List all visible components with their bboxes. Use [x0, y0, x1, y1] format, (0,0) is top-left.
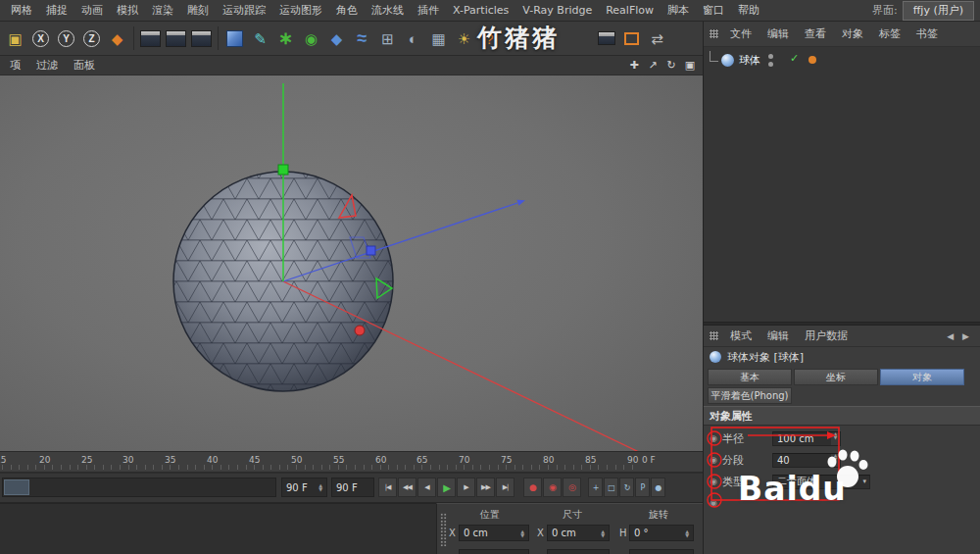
render-picture-viewer-button[interactable]: [164, 24, 188, 53]
viewport-menu-item[interactable]: 面板: [66, 58, 103, 73]
attr-menu-item[interactable]: 模式: [722, 328, 760, 343]
goto-end-button[interactable]: ▶|: [496, 478, 514, 497]
lock-x-axis-button[interactable]: X: [28, 24, 53, 53]
attr-menu-item[interactable]: 用户数据: [797, 328, 856, 343]
spinner-icon[interactable]: ▲▼: [318, 483, 322, 491]
key-scale-toggle[interactable]: □: [604, 478, 618, 497]
menu-item[interactable]: X-Particles: [446, 4, 515, 17]
menu-item[interactable]: 模拟: [110, 3, 145, 18]
prev-frame-button[interactable]: ◀: [417, 478, 436, 497]
spinner-icon[interactable]: ▲▼: [831, 432, 840, 445]
om-menu-item[interactable]: 书签: [908, 26, 946, 41]
size-y-field[interactable]: [547, 549, 610, 554]
spinner-icon[interactable]: ▲▼: [831, 454, 840, 467]
om-menu-item[interactable]: 对象: [834, 26, 871, 41]
menu-item[interactable]: 窗口: [696, 3, 731, 18]
light-button[interactable]: ☀: [452, 24, 476, 53]
rot-p-field[interactable]: [629, 549, 694, 554]
end-frame-stepper[interactable]: 90 F ▲▼: [281, 478, 327, 497]
pos-y-field[interactable]: [459, 549, 529, 554]
help-button[interactable]: ?: [477, 24, 502, 53]
tab-basic[interactable]: 基本: [708, 369, 792, 385]
key-pla-toggle[interactable]: ●: [651, 478, 665, 497]
mograph-button[interactable]: ∗: [273, 24, 298, 53]
om-menu-item[interactable]: 文件: [722, 26, 760, 41]
array-button[interactable]: ⊞: [375, 24, 400, 53]
menu-item[interactable]: 流水线: [365, 3, 411, 18]
menu-item[interactable]: RealFlow: [599, 4, 661, 17]
menu-item[interactable]: V-Ray Bridge: [515, 4, 599, 17]
pos-x-field[interactable]: 0 cm ▲▼: [459, 525, 529, 541]
radius-field[interactable]: 100 cm ▲▼: [772, 431, 841, 446]
menu-item[interactable]: 动画: [74, 3, 110, 18]
end-frame-field[interactable]: 90 F: [331, 478, 374, 497]
spinner-icon[interactable]: ▲▼: [601, 529, 605, 537]
menu-item[interactable]: 雕刻: [180, 3, 216, 18]
size-x-field[interactable]: 0 cm ▲▼: [547, 525, 610, 541]
scrubber-thumb[interactable]: [4, 479, 29, 495]
tool-icon[interactable]: ▣: [3, 24, 27, 53]
key-parameter-toggle[interactable]: P: [635, 478, 650, 497]
floor-button[interactable]: ▦: [426, 24, 451, 53]
om-menu-item[interactable]: 查看: [797, 26, 834, 41]
attr-menu-item[interactable]: 编辑: [760, 328, 797, 343]
menu-item[interactable]: 运动跟踪: [216, 3, 272, 18]
panel-grip-icon[interactable]: [440, 513, 447, 546]
history-back-icon[interactable]: ◀: [947, 331, 954, 341]
menu-item[interactable]: 角色: [329, 3, 365, 18]
goto-start-button[interactable]: |◀: [378, 478, 397, 497]
viewport-menu-item[interactable]: 项: [2, 58, 28, 73]
anim-dot-icon[interactable]: ◉: [710, 498, 722, 508]
tab-coordinates[interactable]: 坐标: [794, 369, 878, 385]
sky-button[interactable]: ◐: [401, 24, 425, 53]
spinner-icon[interactable]: ▲▼: [520, 529, 524, 537]
render-view-button[interactable]: [138, 24, 163, 53]
panel-menu-icon[interactable]: [710, 331, 718, 340]
record-keyframe-button[interactable]: ●: [523, 478, 542, 497]
record-options-button[interactable]: ◎: [563, 478, 581, 497]
render-region-button[interactable]: [619, 24, 644, 53]
segments-field[interactable]: 40 ▲▼: [772, 453, 841, 468]
object-name[interactable]: 球体: [739, 53, 760, 68]
tab-object[interactable]: 对象: [880, 369, 964, 385]
simulate-button[interactable]: ◉: [299, 24, 323, 53]
key-position-toggle[interactable]: +: [588, 478, 603, 497]
add-spline-button[interactable]: ✎: [248, 24, 272, 53]
menu-item[interactable]: 帮助: [731, 3, 766, 18]
key-rotation-toggle[interactable]: ↻: [619, 478, 634, 497]
prev-key-button[interactable]: ◀◀: [398, 478, 416, 497]
coordinate-system-button[interactable]: ◆: [105, 24, 129, 53]
visibility-dots-icon[interactable]: [768, 54, 773, 67]
menu-item[interactable]: 运动图形: [272, 3, 329, 18]
menu-item[interactable]: 渲染: [145, 3, 180, 18]
zoom-view-icon[interactable]: ↗: [645, 58, 661, 74]
rotate-view-icon[interactable]: ↻: [663, 58, 679, 74]
anim-dot-icon[interactable]: ◉: [710, 433, 722, 443]
anim-dot-icon[interactable]: ◉: [710, 455, 722, 465]
tab-phong[interactable]: 平滑着色(Phong): [708, 387, 792, 404]
next-key-button[interactable]: ▶▶: [476, 478, 495, 497]
menu-item[interactable]: 脚本: [661, 3, 696, 18]
timeline-scrubber[interactable]: [2, 478, 276, 497]
menu-item[interactable]: 插件: [411, 3, 446, 18]
panel-menu-icon[interactable]: [710, 29, 718, 38]
history-forward-icon[interactable]: ▶: [962, 331, 969, 341]
rot-h-field[interactable]: 0 ° ▲▼: [629, 525, 694, 541]
pan-view-icon[interactable]: ✚: [626, 58, 642, 74]
autokey-button[interactable]: ◉: [543, 478, 562, 497]
om-menu-item[interactable]: 标签: [871, 26, 908, 41]
lock-z-axis-button[interactable]: Z: [79, 24, 104, 53]
axis-mode-button[interactable]: ⇄: [645, 24, 669, 53]
om-menu-item[interactable]: 编辑: [760, 26, 797, 41]
maximize-view-icon[interactable]: ▣: [682, 58, 698, 74]
spinner-icon[interactable]: ▲▼: [685, 529, 689, 537]
display-filter-button[interactable]: [594, 24, 618, 53]
object-manager[interactable]: 球体 ✓: [704, 47, 980, 322]
menu-item[interactable]: 捕捉: [39, 3, 74, 18]
volume-button[interactable]: ◆: [324, 24, 349, 53]
next-frame-button[interactable]: ▶: [457, 478, 475, 497]
lock-y-axis-button[interactable]: Y: [54, 24, 78, 53]
enabled-check-icon[interactable]: ✓: [790, 52, 799, 65]
anim-dot-icon[interactable]: ◉: [710, 477, 722, 486]
object-row-sphere[interactable]: 球体 ✓: [710, 51, 976, 69]
